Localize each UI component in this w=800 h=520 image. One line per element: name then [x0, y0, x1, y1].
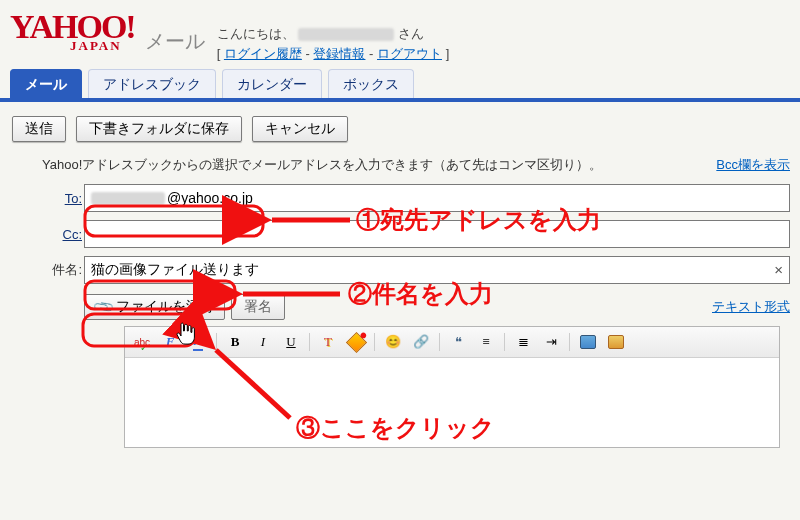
toolbar-separator	[439, 333, 440, 351]
quote-icon[interactable]: ❝	[445, 330, 471, 354]
product-name: メール	[145, 28, 205, 55]
hint-text: Yahoo!アドレスブックからの選択でメールアドレスを入力できます（あて先はコン…	[42, 157, 602, 172]
username-redacted	[298, 28, 394, 41]
tab-mail[interactable]: メール	[10, 69, 82, 98]
logo[interactable]: YAHOO! JAPAN	[10, 10, 135, 54]
compose-hint: Yahoo!アドレスブックからの選択でメールアドレスを入力できます（あて先はコン…	[42, 156, 790, 174]
annotation-step1: ①宛先アドレスを入力	[356, 204, 601, 236]
signature-button[interactable]: 署名	[231, 294, 285, 320]
insert-icon[interactable]	[603, 330, 629, 354]
cc-label[interactable]: Cc:	[42, 227, 82, 242]
greeting-prefix: こんにちは、	[217, 26, 295, 41]
more-icon[interactable]	[575, 330, 601, 354]
underline-icon[interactable]: U	[278, 330, 304, 354]
indent-icon[interactable]: ⇥	[538, 330, 564, 354]
logo-text: YAHOO!	[10, 10, 135, 44]
tab-address[interactable]: アドレスブック	[88, 69, 216, 98]
tab-bar: メール アドレスブック カレンダー ボックス	[0, 69, 800, 102]
italic-icon[interactable]: I	[250, 330, 276, 354]
link-logout[interactable]: ログアウト	[377, 46, 442, 61]
paperclip-icon: 📎	[92, 295, 115, 318]
subject-value: 猫の画像ファイル送ります	[91, 261, 259, 279]
header: YAHOO! JAPAN メール こんにちは、 さん [ ログイン履歴 - 登録…	[0, 0, 800, 67]
to-label[interactable]: To:	[42, 191, 82, 206]
list-icon[interactable]: ≣	[510, 330, 536, 354]
cursor-hand-icon	[176, 321, 196, 347]
link-icon[interactable]: 🔗	[408, 330, 434, 354]
annotation-step2: ②件名を入力	[348, 278, 493, 310]
tab-calendar[interactable]: カレンダー	[222, 69, 322, 98]
greeting-suffix: さん	[398, 26, 424, 41]
send-button[interactable]: 送信	[12, 116, 66, 142]
emoji-icon[interactable]: 😊	[380, 330, 406, 354]
toolbar-separator	[504, 333, 505, 351]
spellcheck-icon[interactable]: abc	[129, 330, 155, 354]
bold-icon[interactable]: B	[222, 330, 248, 354]
annotation-step3: ③ここをクリック	[296, 412, 495, 444]
toolbar-separator	[569, 333, 570, 351]
bcc-toggle-link[interactable]: Bcc欄を表示	[716, 156, 790, 174]
attach-file-button[interactable]: 📎 ファイルを添付	[84, 294, 225, 320]
greeting: こんにちは、 さん [ ログイン履歴 - 登録情報 - ログアウト ]	[217, 24, 450, 63]
align-icon[interactable]: ≡	[473, 330, 499, 354]
to-local-redacted	[91, 192, 165, 205]
editor-toolbar: abc F A B I U T 😊 🔗 ❝ ≡ ≣ ⇥	[125, 327, 779, 358]
to-domain: @yahoo.co.jp	[167, 190, 253, 206]
link-reg-info[interactable]: 登録情報	[313, 46, 365, 61]
tab-box[interactable]: ボックス	[328, 69, 414, 98]
toolbar-separator	[216, 333, 217, 351]
cancel-button[interactable]: キャンセル	[252, 116, 348, 142]
text-color-icon[interactable]: T	[315, 330, 341, 354]
annotation-dot: ・	[348, 316, 378, 357]
save-draft-button[interactable]: 下書きフォルダに保存	[76, 116, 242, 142]
toolbar-separator	[309, 333, 310, 351]
subject-label: 件名:	[42, 261, 82, 279]
link-login-history[interactable]: ログイン履歴	[224, 46, 302, 61]
text-mode-link[interactable]: テキスト形式	[712, 298, 790, 316]
clear-subject-icon[interactable]: ×	[774, 261, 783, 278]
action-bar: 送信 下書きフォルダに保存 キャンセル	[0, 102, 800, 152]
attach-label: ファイルを添付	[116, 298, 214, 316]
